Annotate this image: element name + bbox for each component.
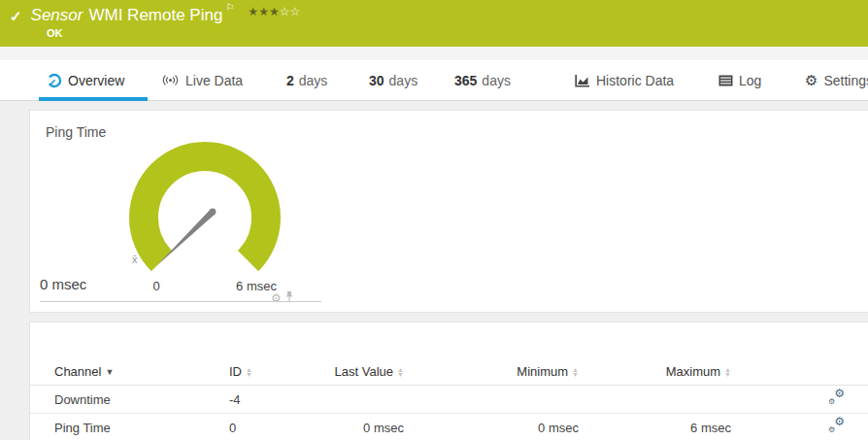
tab-bar: Overview Live Data 2 days 30 days 365 da… bbox=[0, 60, 868, 101]
star-icon[interactable]: ★ bbox=[258, 5, 269, 18]
channel-settings-gears-icon[interactable]: ⚙⚙ bbox=[828, 390, 845, 405]
channel-settings-gears-icon[interactable]: ⚙⚙ bbox=[828, 419, 845, 433]
star-icon[interactable]: ★ bbox=[269, 5, 280, 18]
cell-last-value bbox=[317, 386, 404, 414]
tab-log[interactable]: Log bbox=[718, 60, 761, 100]
gauge-settings-gear-icon[interactable]: ⚙ bbox=[271, 291, 282, 305]
column-header-id-label: ID bbox=[229, 364, 242, 379]
table-row-downtime: Downtime -4 ⚙⚙ bbox=[30, 386, 868, 414]
column-header-last-value[interactable]: Last Value▲▼ bbox=[317, 357, 404, 386]
gauge-footer-icons: ⚙ bbox=[271, 289, 294, 307]
sort-both-icon: ▲▼ bbox=[724, 367, 731, 377]
tab-2-days[interactable]: 2 days bbox=[286, 60, 327, 100]
gauge-footer-divider bbox=[40, 301, 321, 302]
cell-minimum bbox=[404, 386, 579, 414]
status-ok-check-icon: ✓ bbox=[10, 8, 22, 25]
table-row-ping-time: Ping Time 0 0 msec 0 msec 6 msec ⚙⚙ bbox=[30, 414, 868, 440]
cell-id: 0 bbox=[205, 414, 317, 440]
tab-365-days[interactable]: 365 days bbox=[454, 60, 511, 100]
column-header-id[interactable]: ID▲▼ bbox=[205, 357, 317, 386]
sort-both-icon: ▲▼ bbox=[246, 367, 252, 377]
table-header-row: Channel▼ ID▲▼ Last Value▲▼ Minimum▲▼ Max… bbox=[30, 357, 868, 386]
sensor-name: WMI Remote Ping bbox=[88, 5, 222, 26]
star-icon[interactable]: ☆ bbox=[280, 5, 290, 18]
column-header-maximum-label: Maximum bbox=[666, 364, 720, 379]
star-icon[interactable]: ★ bbox=[248, 5, 258, 18]
cell-id: -4 bbox=[205, 386, 317, 414]
tab-overview-label: Overview bbox=[68, 73, 124, 88]
tab-historic-data-label: Historic Data bbox=[596, 73, 674, 88]
column-header-channel[interactable]: Channel▼ bbox=[30, 357, 205, 386]
log-list-icon bbox=[718, 75, 733, 86]
column-header-actions bbox=[731, 357, 868, 386]
sort-both-icon: ▲▼ bbox=[572, 367, 579, 377]
channel-table-panel: Channel▼ ID▲▼ Last Value▲▼ Minimum▲▼ Max… bbox=[29, 322, 868, 440]
sensor-title-row: ✓ Sensor WMI Remote Ping ⚐ ★★★☆☆ bbox=[10, 5, 300, 26]
tab-historic-data[interactable]: Historic Data bbox=[575, 60, 674, 100]
column-header-minimum[interactable]: Minimum▲▼ bbox=[404, 357, 579, 386]
gauge-arc bbox=[144, 156, 266, 261]
tab-2-days-unit: days bbox=[299, 73, 328, 88]
status-badge: OK bbox=[47, 27, 63, 39]
star-icon[interactable]: ☆ bbox=[289, 5, 300, 18]
column-header-channel-label: Channel bbox=[54, 364, 101, 379]
cell-channel: Ping Time bbox=[30, 414, 205, 440]
cell-last-value: 0 msec bbox=[317, 414, 404, 440]
tab-log-label: Log bbox=[739, 73, 761, 88]
gauge-average-symbol: x̄ bbox=[132, 254, 138, 265]
cell-channel: Downtime bbox=[30, 386, 205, 414]
cell-minimum: 0 msec bbox=[404, 414, 579, 440]
sort-both-icon: ▲▼ bbox=[397, 367, 404, 377]
column-header-minimum-label: Minimum bbox=[517, 364, 568, 379]
ping-time-gauge-panel: Ping Time x̄ 0 6 msec 0 msec ⚙ bbox=[29, 110, 868, 313]
tab-settings-label: Settings bbox=[823, 73, 868, 88]
header-separator-strip bbox=[0, 47, 868, 60]
sort-desc-icon: ▼ bbox=[105, 367, 114, 377]
tab-settings[interactable]: ⚙ Settings bbox=[805, 60, 868, 100]
gauge-icon bbox=[47, 73, 62, 88]
column-header-maximum[interactable]: Maximum▲▼ bbox=[579, 357, 731, 386]
tab-365-days-unit: days bbox=[482, 73, 511, 88]
gear-icon: ⚙ bbox=[805, 73, 818, 87]
active-tab-underline bbox=[39, 97, 148, 101]
sensor-header-banner: ✓ Sensor WMI Remote Ping ⚐ ★★★☆☆ OK bbox=[0, 0, 868, 47]
tab-overview[interactable]: Overview bbox=[47, 60, 124, 100]
gauge-needle bbox=[156, 210, 215, 266]
tab-2-days-number: 2 bbox=[286, 73, 294, 88]
cell-maximum: 6 msec bbox=[579, 414, 731, 440]
live-data-icon bbox=[161, 74, 180, 86]
flag-icon[interactable]: ⚐ bbox=[225, 2, 234, 13]
tab-30-days-number: 30 bbox=[369, 73, 384, 88]
tab-live-data-label: Live Data bbox=[185, 73, 243, 88]
priority-stars[interactable]: ★★★☆☆ bbox=[248, 5, 300, 18]
gauge-pin-icon[interactable] bbox=[284, 289, 294, 307]
tab-30-days-unit: days bbox=[389, 73, 418, 88]
tab-live-data[interactable]: Live Data bbox=[161, 60, 243, 100]
gauge-scale-min-label: 0 bbox=[142, 279, 171, 293]
column-header-last-value-label: Last Value bbox=[335, 364, 393, 379]
area-chart-icon bbox=[575, 74, 590, 87]
cell-maximum bbox=[579, 386, 731, 414]
sensor-kind-label: Sensor bbox=[31, 5, 83, 26]
tab-30-days[interactable]: 30 days bbox=[369, 60, 417, 100]
tab-365-days-number: 365 bbox=[454, 73, 477, 88]
channel-table: Channel▼ ID▲▼ Last Value▲▼ Minimum▲▼ Max… bbox=[30, 357, 868, 440]
gauge-current-value: 0 msec bbox=[40, 276, 86, 292]
